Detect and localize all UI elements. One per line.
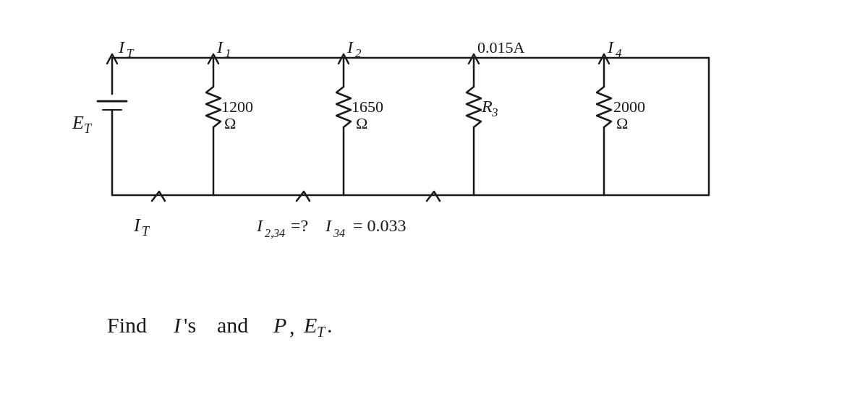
power-label: P <box>273 313 286 337</box>
r2-unit: Ω <box>356 114 367 132</box>
i34-label: I <box>325 216 332 235</box>
main-canvas: E T I T I 1 I 2 0.015A I 4 1200 Ω 1650 Ω… <box>0 0 868 412</box>
r3-label: R <box>481 97 493 116</box>
and-label: and <box>217 313 248 337</box>
it-top-subscript: T <box>127 46 135 60</box>
r1-unit: Ω <box>224 114 236 132</box>
r4-value: 2000 <box>613 98 645 116</box>
et-find-subscript: T <box>317 324 326 340</box>
find-label: Find <box>107 313 147 337</box>
currents-label: I <box>173 313 182 337</box>
r2-value: 1650 <box>352 98 383 116</box>
r4-unit: Ω <box>616 114 628 132</box>
it-top-label: I <box>118 38 125 56</box>
i34-equals-value: = 0.033 <box>353 216 407 235</box>
it-bottom-subscript: T <box>142 224 150 239</box>
i2-label: I <box>346 38 354 56</box>
i234-equals: =? <box>291 216 308 235</box>
r3-subscript: 3 <box>491 106 498 119</box>
et-find-label: E <box>303 313 317 337</box>
et-label: E <box>72 112 84 133</box>
it-bottom-label: I <box>133 215 141 236</box>
i234-label: I <box>256 216 263 235</box>
i4-label: I <box>607 38 614 56</box>
i4-subscript: 4 <box>616 46 622 60</box>
i1-subscript: 1 <box>225 46 231 60</box>
i34-subscript: 34 <box>333 227 345 239</box>
i2-subscript: 2 <box>355 46 362 60</box>
comma-label: , <box>289 314 295 338</box>
et-find-period: . <box>327 313 333 337</box>
et-subscript: T <box>84 121 93 136</box>
currents-apostrophe: 's <box>184 313 196 337</box>
r1-value: 1200 <box>221 98 253 116</box>
circuit-diagram: E T I T I 1 I 2 0.015A I 4 1200 Ω 1650 Ω… <box>0 0 868 412</box>
current-value-label: 0.015A <box>477 38 525 56</box>
i234-subscript: 2,34 <box>265 227 285 239</box>
i1-label: I <box>216 38 224 56</box>
